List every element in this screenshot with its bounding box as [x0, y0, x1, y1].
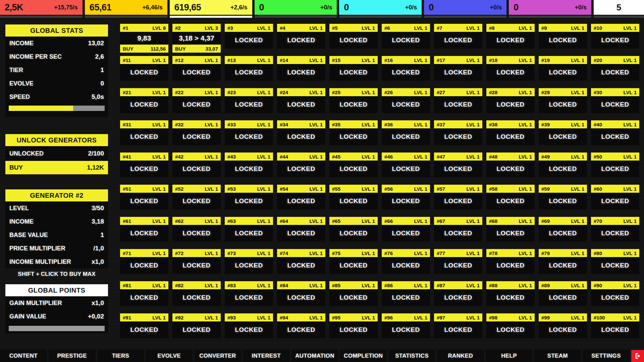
generator-tile-60[interactable]: #60LVL 1LOCKED — [591, 185, 639, 209]
generator-tile-71[interactable]: #71LVL 1LOCKED — [120, 249, 168, 274]
generator-tile-67[interactable]: #67LVL 1LOCKED — [434, 217, 482, 242]
generator-tile-94[interactable]: #94LVL 1LOCKED — [277, 313, 325, 338]
nav-button-content[interactable]: CONTENT — [0, 350, 47, 362]
generator-tile-41[interactable]: #41LVL 1LOCKED — [120, 153, 168, 177]
generator-tile-35[interactable]: #35LVL 1LOCKED — [329, 120, 378, 145]
generator-tile-5[interactable]: #5LVL 1LOCKED — [329, 24, 378, 49]
exit-button[interactable] — [631, 350, 644, 362]
nav-button-prestige[interactable]: PRESTIGE — [49, 350, 96, 362]
generator-tile-86[interactable]: #86LVL 1LOCKED — [382, 281, 430, 306]
generator-tile-24[interactable]: #24LVL 1LOCKED — [277, 88, 325, 113]
generator-tile-100[interactable]: #100LVL 1LOCKED — [591, 313, 639, 338]
generator-tile-56[interactable]: #56LVL 1LOCKED — [382, 185, 430, 209]
generator-tile-95[interactable]: #95LVL 1LOCKED — [329, 313, 378, 338]
generator-tile-19[interactable]: #19LVL 1LOCKED — [539, 56, 587, 81]
generator-tile-97[interactable]: #97LVL 1LOCKED — [434, 313, 482, 338]
generator-tile-47[interactable]: #47LVL 1LOCKED — [434, 153, 482, 177]
generator-tile-65[interactable]: #65LVL 1LOCKED — [329, 217, 378, 242]
generator-tile-50[interactable]: #50LVL 1LOCKED — [591, 153, 639, 177]
currency-box-1[interactable]: 2,5K+15,75/s — [0, 0, 83, 15]
generator-tile-93[interactable]: #93LVL 1LOCKED — [225, 313, 273, 338]
generator-tile-82[interactable]: #82LVL 1LOCKED — [172, 281, 221, 306]
generator-tile-64[interactable]: #64LVL 1LOCKED — [277, 217, 325, 242]
currency-box-7[interactable]: 0+0/s — [509, 0, 591, 15]
generator-tile-33[interactable]: #33LVL 1LOCKED — [225, 120, 273, 145]
generator-tile-8[interactable]: #8LVL 1LOCKED — [486, 24, 535, 49]
generator-tile-62[interactable]: #62LVL 1LOCKED — [172, 217, 221, 242]
generator-tile-72[interactable]: #72LVL 1LOCKED — [172, 249, 221, 274]
generator-tile-16[interactable]: #16LVL 1LOCKED — [382, 56, 430, 81]
nav-button-tiers[interactable]: TIERS — [97, 350, 144, 362]
generator-tile-37[interactable]: #37LVL 1LOCKED — [434, 120, 482, 145]
generator-tile-30[interactable]: #30LVL 1LOCKED — [591, 88, 639, 113]
generator-tile-11[interactable]: #11LVL 1LOCKED — [120, 56, 168, 81]
generator-tile-76[interactable]: #76LVL 1LOCKED — [382, 249, 430, 274]
generator-tile-28[interactable]: #28LVL 1LOCKED — [486, 88, 535, 113]
generator-tile-26[interactable]: #26LVL 1LOCKED — [382, 88, 430, 113]
nav-button-interest[interactable]: INTEREST — [243, 350, 290, 362]
generator-tile-15[interactable]: #15LVL 1LOCKED — [329, 56, 378, 81]
generator-tile-49[interactable]: #49LVL 1LOCKED — [539, 153, 587, 177]
generator-tile-43[interactable]: #43LVL 1LOCKED — [225, 153, 273, 177]
generator-tile-51[interactable]: #51LVL 1LOCKED — [120, 185, 168, 209]
generator-tile-42[interactable]: #42LVL 1LOCKED — [172, 153, 221, 177]
generator-tile-22[interactable]: #22LVL 1LOCKED — [172, 88, 221, 113]
generator-tile-48[interactable]: #48LVL 1LOCKED — [486, 153, 535, 177]
generator-tile-12[interactable]: #12LVL 1LOCKED — [172, 56, 221, 81]
generator-tile-3[interactable]: #3LVL 1LOCKED — [225, 24, 273, 49]
nav-button-steam[interactable]: STEAM — [534, 350, 581, 362]
generator-tile-92[interactable]: #92LVL 1LOCKED — [172, 313, 221, 338]
generator-tile-9[interactable]: #9LVL 1LOCKED — [539, 24, 587, 49]
unlock-buy-button[interactable]: BUY 1,12K — [5, 161, 108, 174]
generator-tile-90[interactable]: #90LVL 1LOCKED — [591, 281, 639, 306]
generator-tile-7[interactable]: #7LVL 1LOCKED — [434, 24, 482, 49]
currency-box-2[interactable]: 65,61+6,46/s — [85, 0, 167, 15]
generator-tile-20[interactable]: #20LVL 1LOCKED — [591, 56, 639, 81]
generator-tile-74[interactable]: #74LVL 1LOCKED — [277, 249, 325, 274]
generator-tile-14[interactable]: #14LVL 1LOCKED — [277, 56, 325, 81]
generator-tile-89[interactable]: #89LVL 1LOCKED — [539, 281, 587, 306]
currency-box-3[interactable]: 619,65+2,6/s — [170, 0, 252, 15]
nav-button-completion[interactable]: COMPLETION — [340, 350, 387, 362]
generator-buy-row[interactable]: BUY112,56 — [120, 45, 168, 53]
generator-tile-59[interactable]: #59LVL 1LOCKED — [539, 185, 587, 209]
generator-tile-17[interactable]: #17LVL 1LOCKED — [434, 56, 482, 81]
generator-tile-80[interactable]: #80LVL 1LOCKED — [591, 249, 639, 274]
generator-tile-81[interactable]: #81LVL 1LOCKED — [120, 281, 168, 306]
generator-tile-85[interactable]: #85LVL 1LOCKED — [329, 281, 378, 306]
generator-tile-78[interactable]: #78LVL 1LOCKED — [486, 249, 535, 274]
generator-tile-77[interactable]: #77LVL 1LOCKED — [434, 249, 482, 274]
generator-tile-13[interactable]: #13LVL 1LOCKED — [225, 56, 273, 81]
generator-buy-row[interactable]: BUY33,07 — [172, 45, 221, 53]
generator-tile-38[interactable]: #38LVL 1LOCKED — [486, 120, 535, 145]
generator-tile-57[interactable]: #57LVL 1LOCKED — [434, 185, 482, 209]
generator-tile-6[interactable]: #6LVL 1LOCKED — [382, 24, 430, 49]
generator-tile-54[interactable]: #54LVL 1LOCKED — [277, 185, 325, 209]
generator-tile-63[interactable]: #63LVL 1LOCKED — [225, 217, 273, 242]
generator-tile-2[interactable]: #2LVL 33,18 > 4,37BUY33,07 — [172, 24, 221, 53]
generator-tile-46[interactable]: #46LVL 1LOCKED — [382, 153, 430, 177]
generator-tile-39[interactable]: #39LVL 1LOCKED — [539, 120, 587, 145]
generator-tile-21[interactable]: #21LVL 1LOCKED — [120, 88, 168, 113]
generator-tile-87[interactable]: #87LVL 1LOCKED — [434, 281, 482, 306]
nav-button-statistics[interactable]: STATISTICS — [388, 350, 435, 362]
generator-tile-83[interactable]: #83LVL 1LOCKED — [225, 281, 273, 306]
generator-tile-4[interactable]: #4LVL 1LOCKED — [277, 24, 325, 49]
currency-box-5[interactable]: 0+0/s — [339, 0, 422, 15]
nav-button-automation[interactable]: AUTOMATION — [291, 350, 338, 362]
generator-tile-58[interactable]: #58LVL 1LOCKED — [486, 185, 535, 209]
generator-tile-88[interactable]: #88LVL 1LOCKED — [486, 281, 535, 306]
generator-tile-40[interactable]: #40LVL 1LOCKED — [591, 120, 639, 145]
generator-tile-53[interactable]: #53LVL 1LOCKED — [225, 185, 273, 209]
generator-tile-44[interactable]: #44LVL 1LOCKED — [277, 153, 325, 177]
generator-tile-68[interactable]: #68LVL 1LOCKED — [486, 217, 535, 242]
generator-tile-99[interactable]: #99LVL 1LOCKED — [539, 313, 587, 338]
currency-box-6[interactable]: 0+0/s — [424, 0, 506, 15]
currency-box-4[interactable]: 0+0/s — [255, 0, 337, 15]
generator-tile-23[interactable]: #23LVL 1LOCKED — [225, 88, 273, 113]
generator-tile-1[interactable]: #1LVL 89,83BUY112,56 — [120, 24, 168, 53]
generator-tile-73[interactable]: #73LVL 1LOCKED — [225, 249, 273, 274]
nav-button-evolve[interactable]: EVOLVE — [146, 350, 193, 362]
nav-button-ranked[interactable]: RANKED — [437, 350, 484, 362]
generator-tile-61[interactable]: #61LVL 1LOCKED — [120, 217, 168, 242]
